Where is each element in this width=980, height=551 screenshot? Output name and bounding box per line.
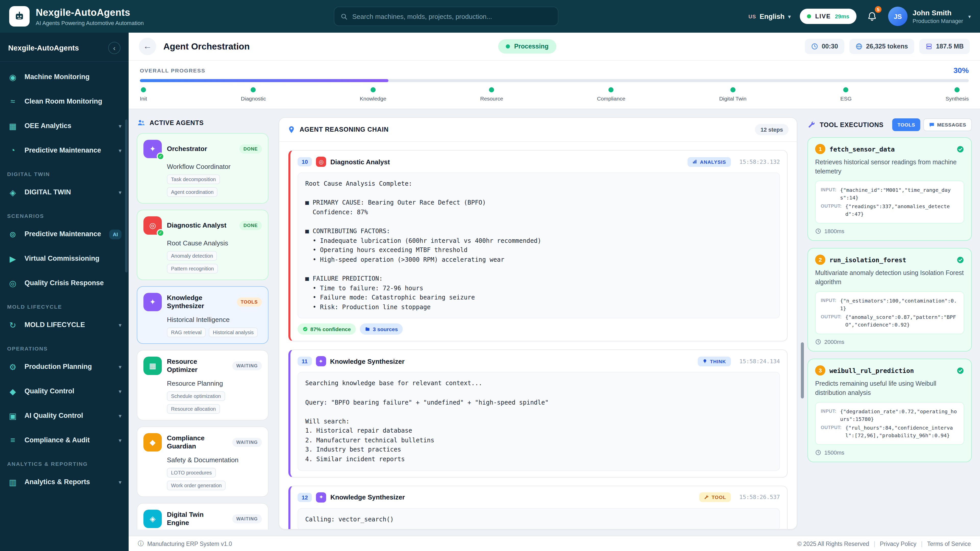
globe-icon bbox=[856, 43, 862, 50]
language-label: English bbox=[760, 13, 785, 20]
agent-status-badge: DONE bbox=[239, 221, 262, 230]
input-value: {"machine_id":"M001","time_range_days":1… bbox=[840, 186, 959, 202]
agent-card-diagnostic-analyst[interactable]: ◎✓ Diagnostic Analyst DONE Root Cause An… bbox=[137, 210, 269, 280]
sidebar-item-analytics-reports[interactable]: ▥ Analytics & Reports ▾ bbox=[0, 470, 129, 494]
agent-card-compliance-guardian[interactable]: ◆ Compliance Guardian WAITING Safety & D… bbox=[137, 427, 269, 497]
bar-chart-icon: ▦ bbox=[7, 121, 18, 131]
sidebar-item-ai-quality-control[interactable]: ▣ AI Quality Control ▾ bbox=[0, 403, 129, 428]
sidebar-item-compliance-audit[interactable]: ≡ Compliance & Audit ▾ bbox=[0, 428, 129, 453]
agent-status-badge: WAITING bbox=[232, 438, 262, 447]
clock-icon bbox=[815, 339, 821, 345]
phase-step-diagnostic: Diagnostic bbox=[241, 87, 266, 102]
tool-io: INPUT:{"n_estimators":100,"contamination… bbox=[815, 291, 964, 334]
lightbulb-icon: ◉ bbox=[7, 72, 18, 82]
phase-step-synthesis: Synthesis bbox=[945, 87, 969, 102]
phase-step-knowledge: Knowledge bbox=[360, 87, 387, 102]
sidebar-section-scenarios: SCENARIOS bbox=[0, 205, 129, 222]
step-dot-icon bbox=[843, 87, 849, 92]
agent-tag: Schedule optimization bbox=[167, 391, 225, 401]
knowledge-agent-icon: ✦ bbox=[143, 293, 162, 311]
knowledge-agent-icon: ✦ bbox=[316, 492, 326, 502]
user-menu[interactable]: JS John Smith Production Manager ▾ bbox=[888, 6, 971, 26]
agent-tag: Task decomposition bbox=[167, 175, 220, 184]
agent-card-knowledge-synthesizer[interactable]: ✦ Knowledge Synthesizer TOOLS Historical… bbox=[137, 286, 269, 344]
sidebar-item-label: Compliance & Audit bbox=[24, 436, 113, 445]
overall-progress: OVERALL PROGRESS 30% Init Diagnostic Kno… bbox=[129, 61, 980, 109]
progress-bar-fill bbox=[140, 79, 388, 82]
sidebar-item-quality-control[interactable]: ◆ Quality Control ▾ bbox=[0, 379, 129, 403]
agent-card-digital-twin-engine[interactable]: ◈ Digital Twin Engine WAITING Real-Time … bbox=[137, 503, 269, 530]
agent-status-badge: WAITING bbox=[232, 514, 262, 524]
tool-description: Retrieves historical sensor readings fro… bbox=[815, 158, 964, 176]
tool-executions-header: TOOL EXECUTIONS bbox=[808, 121, 883, 129]
tool-name: fetch_sensor_data bbox=[829, 145, 953, 153]
diagnostic-agent-icon: ◎ bbox=[316, 157, 326, 167]
reasoning-scrollbar[interactable] bbox=[801, 342, 804, 399]
sidebar-section-mold-lifecycle: MOLD LIFECYCLE bbox=[0, 295, 129, 313]
sidebar-collapse-button[interactable]: ‹ bbox=[108, 42, 121, 54]
info-icon: ⓘ bbox=[138, 540, 144, 548]
sidebar-item-predictive-maintenance[interactable]: ◔ Predictive Maintenance ▾ bbox=[0, 138, 129, 163]
avatar: JS bbox=[888, 6, 907, 26]
wrench-icon bbox=[704, 495, 709, 500]
sidebar-item-production-planning[interactable]: ⚙ Production Planning ▾ bbox=[0, 354, 129, 379]
sidebar-menu: ◉ Machine Monitoring ≈ Clean Room Monito… bbox=[0, 62, 129, 551]
sidebar-item-label: MOLD LIFECYCLE bbox=[24, 321, 113, 329]
sidebar-item-virtual-commissioning[interactable]: ▶ Virtual Commissioning bbox=[0, 246, 129, 271]
sidebar-scrollbar[interactable] bbox=[125, 119, 127, 272]
language-selector[interactable]: US English ▾ bbox=[749, 13, 791, 20]
copyright-text: © 2025 All Rights Reserved bbox=[797, 540, 869, 547]
tool-card-fetch-sensor-data[interactable]: 1 fetch_sensor_data Retrieves historical… bbox=[808, 137, 972, 241]
app-logo-icon[interactable] bbox=[9, 6, 30, 27]
agent-card-orchestrator[interactable]: ✦✓ Orchestrator DONE Workflow Coordinato… bbox=[137, 133, 269, 203]
sidebar-item-mold-lifecycle[interactable]: ↻ MOLD LIFECYCLE ▾ bbox=[0, 313, 129, 337]
compliance-agent-icon: ◆ bbox=[143, 433, 162, 451]
agent-name: Diagnostic Analyst bbox=[167, 221, 234, 229]
sidebar-item-label: DIGITAL TWIN bbox=[24, 188, 113, 197]
chevron-down-icon: ▾ bbox=[119, 364, 121, 370]
reasoning-chain-panel: AGENT REASONING CHAIN 12 steps 10 ◎ Diag… bbox=[279, 118, 797, 530]
reasoning-entry-12[interactable]: 12 ✦ Knowledge Synthesizer TOOL 15:58:26… bbox=[288, 486, 788, 529]
terms-of-service-link[interactable]: Terms of Service bbox=[927, 540, 971, 547]
output-label: OUTPUT: bbox=[821, 203, 842, 218]
tool-io: INPUT:{"machine_id":"M001","time_range_d… bbox=[815, 181, 964, 224]
sidebar-item-label: Predictive Maintenance bbox=[24, 230, 103, 238]
entry-timestamp: 15:58:23.132 bbox=[739, 159, 780, 165]
play-icon: ▶ bbox=[7, 254, 18, 264]
notifications-button[interactable]: 5 bbox=[865, 10, 879, 23]
metric-chips: 00:30 26,325 tokens bbox=[805, 39, 970, 54]
tab-tools[interactable]: TOOLS bbox=[892, 118, 920, 131]
tool-duration: 1800ms bbox=[824, 228, 844, 234]
privacy-policy-link[interactable]: Privacy Policy bbox=[880, 540, 916, 547]
tool-card-run-isolation-forest[interactable]: 2 run_isolation_forest Multivariate anom… bbox=[808, 248, 972, 351]
reasoning-entry-11[interactable]: 11 ✦ Knowledge Synthesizer THINK 15:58:2… bbox=[288, 350, 788, 478]
reasoning-entries: 10 ◎ Diagnostic Analyst ANALYSIS 15:58:2… bbox=[279, 142, 797, 529]
live-status-badge[interactable]: LIVE 29ms bbox=[800, 9, 856, 24]
chevron-down-icon: ▾ bbox=[119, 123, 121, 129]
chevron-down-icon: ▾ bbox=[119, 437, 121, 444]
sidebar-item-oee-analytics[interactable]: ▦ OEE Analytics ▾ bbox=[0, 114, 129, 138]
tool-card-weibull-rul-prediction[interactable]: 3 weibull_rul_prediction Predicts remain… bbox=[808, 359, 972, 462]
sidebar-item-predictive-maintenance-ai[interactable]: ⊚ Predictive Maintenance AI bbox=[0, 222, 129, 246]
sidebar-item-quality-crisis-response[interactable]: ◎ Quality Crisis Response bbox=[0, 271, 129, 295]
phase-step-init: Init bbox=[140, 87, 147, 102]
back-button[interactable]: ← bbox=[139, 38, 156, 55]
phase-step-digital-twin: Digital Twin bbox=[719, 87, 746, 102]
server-icon bbox=[925, 43, 932, 50]
agent-role: Safety & Documentation bbox=[167, 456, 262, 464]
sources-badge: 3 sources bbox=[360, 324, 403, 335]
sidebar-item-machine-monitoring[interactable]: ◉ Machine Monitoring bbox=[0, 65, 129, 89]
agent-card-resource-optimizer[interactable]: ▦ Resource Optimizer WAITING Resource Pl… bbox=[137, 350, 269, 421]
sidebar-item-digital-twin[interactable]: ◈ DIGITAL TWIN ▾ bbox=[0, 180, 129, 205]
sidebar-item-clean-room-monitoring[interactable]: ≈ Clean Room Monitoring bbox=[0, 89, 129, 114]
sidebar-item-label: Machine Monitoring bbox=[24, 73, 121, 81]
agent-role: Historical Intelligence bbox=[167, 316, 262, 324]
global-search[interactable] bbox=[334, 6, 558, 26]
live-label: LIVE bbox=[815, 13, 831, 20]
check-circle-icon bbox=[956, 367, 964, 374]
search-input[interactable] bbox=[352, 13, 552, 20]
sidebar-title: Nexgile-AutoAgents bbox=[8, 44, 79, 52]
tab-messages[interactable]: MESSAGES bbox=[923, 118, 972, 131]
clock-icon bbox=[815, 228, 821, 234]
reasoning-entry-10[interactable]: 10 ◎ Diagnostic Analyst ANALYSIS 15:58:2… bbox=[288, 150, 788, 341]
